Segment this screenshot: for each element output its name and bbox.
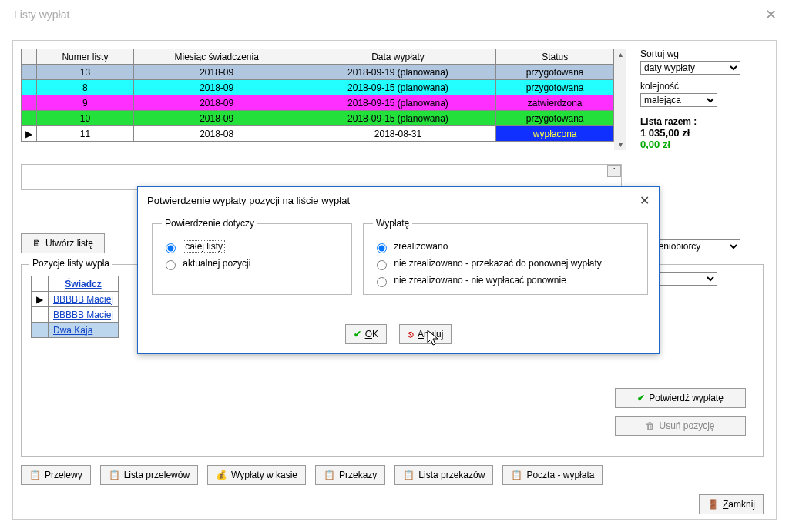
- check-icon: ✔: [637, 393, 645, 403]
- lista-przelewow-button[interactable]: 📋 Lista przelewów: [100, 465, 198, 485]
- cancel-button[interactable]: ⦸ Anuluj: [399, 324, 452, 344]
- ok-label: OK: [365, 329, 378, 340]
- cell-date: 2018-09-15 (planowana): [300, 111, 496, 126]
- wyplaty-kasie-label: Wypłaty w kasie: [231, 470, 297, 480]
- cell-month: 2018-08: [133, 126, 300, 142]
- cell-num: 11: [37, 126, 134, 142]
- delete-position-button[interactable]: 🗑 Usuń pozycję: [615, 416, 746, 436]
- radio-zrealizowano-label: zrealizowano: [394, 241, 448, 252]
- notebook-icon: 📋: [324, 470, 335, 480]
- table-row[interactable]: 10 2018-09 2018-09-15 (planowana) przygo…: [22, 111, 614, 126]
- bottom-toolbar: 📋 Przelewy 📋 Lista przelewów 💰 Wypłaty w…: [21, 465, 764, 485]
- radio-aktualnej-input[interactable]: [166, 260, 176, 270]
- zamknij-button[interactable]: 🚪 Zamknij: [699, 494, 764, 514]
- lista-razem-amount2: 0,00 zł: [640, 139, 764, 150]
- dialog-titlebar: Potwierdzenie wypłaty pozycji na liście …: [138, 187, 659, 214]
- scroll-down-icon[interactable]: ▾: [614, 140, 626, 149]
- positions-actions: ✔ Potwierdź wypłatę 🗑 Usuń pozycję: [615, 388, 746, 436]
- sort-select[interactable]: daty wypłaty: [640, 61, 740, 75]
- row-marker: ▶: [22, 126, 37, 142]
- document-icon: 🗎: [32, 238, 42, 249]
- radio-aktualnej[interactable]: aktualnej pozycji: [162, 258, 342, 270]
- create-list-label: Utwórz listę: [45, 238, 93, 249]
- cash-icon: 💰: [216, 470, 227, 480]
- radio-calej-listy[interactable]: całej listy: [162, 241, 342, 253]
- cell-date: 2018-09-15 (planowana): [300, 80, 496, 95]
- lista-przelewow-label: Lista przelewów: [124, 470, 190, 480]
- col-data-wyplaty[interactable]: Data wypłaty: [300, 49, 496, 65]
- cell-status: przygotowana: [496, 111, 614, 126]
- table-row[interactable]: 8 2018-09 2018-09-15 (planowana) przygot…: [22, 80, 614, 95]
- gutter-header: [22, 49, 37, 65]
- trash-icon: 🗑: [646, 420, 655, 431]
- titlebar: Listy wypłat ✕: [0, 0, 789, 26]
- table-row[interactable]: 13 2018-09 2018-09-19 (planowana) przygo…: [22, 65, 614, 80]
- cell-num: 13: [37, 65, 134, 80]
- przelewy-button[interactable]: 📋 Przelewy: [21, 465, 91, 485]
- notebook-icon: 📋: [29, 470, 41, 480]
- cell-status: zatwierdzona: [496, 95, 614, 111]
- main-window: Listy wypłat ✕ Numer listy Miesiąc świad…: [0, 0, 789, 532]
- poczta-wyplata-label: Poczta - wypłata: [526, 470, 594, 480]
- cell-month: 2018-09: [133, 65, 300, 80]
- ok-button[interactable]: ✔ OK: [345, 324, 387, 344]
- list-item[interactable]: BBBBB Maciej: [32, 307, 119, 323]
- dialog-close-icon[interactable]: ✕: [640, 193, 650, 208]
- radio-niezreal-ponownie[interactable]: nie zrealizowano - przekazać do ponownej…: [373, 258, 638, 270]
- radio-zrealizowano-input[interactable]: [377, 243, 387, 253]
- row-marker: [22, 111, 37, 126]
- radio-niezreal-niewyplacac-input[interactable]: [377, 277, 387, 287]
- cell-num: 9: [37, 95, 134, 111]
- dialog-buttons: ✔ OK ⦸ Anuluj: [138, 324, 659, 344]
- radio-calej-listy-label: całej listy: [183, 240, 225, 253]
- table-row[interactable]: ▶ 11 2018-08 2018-08-31 wypłacona: [22, 126, 614, 142]
- pos-marker: [32, 307, 49, 323]
- radio-calej-listy-input[interactable]: [166, 243, 176, 253]
- col-numer-listy[interactable]: Numer listy: [37, 49, 134, 65]
- przekazy-button[interactable]: 📋 Przekazy: [315, 465, 385, 485]
- lista-przekazow-button[interactable]: 📋 Lista przekazów: [394, 465, 493, 485]
- table-scrollbar[interactable]: ▴ ▾: [614, 49, 626, 150]
- confirm-payout-button[interactable]: ✔ Potwierdź wypłatę: [615, 388, 746, 408]
- radio-niezreal-ponownie-label: nie zrealizowano - przekazać do ponownej…: [394, 258, 601, 269]
- dotyczy-legend: Powierdzenie dotyczy: [162, 218, 257, 229]
- pos-marker: [32, 323, 49, 338]
- pos-marker: ▶: [32, 292, 49, 307]
- poczta-wyplata-button[interactable]: 📋 Poczta - wypłata: [502, 465, 603, 485]
- list-item[interactable]: ▶ BBBBB Maciej: [32, 292, 119, 307]
- row-marker: [22, 95, 37, 111]
- radio-niezreal-ponownie-input[interactable]: [377, 260, 387, 270]
- przekazy-label: Przekazy: [339, 470, 377, 480]
- create-list-button[interactable]: 🗎 Utwórz listę: [21, 233, 105, 253]
- positions-legend: Pozycje listy wypła: [29, 258, 112, 269]
- cell-status: przygotowana: [496, 65, 614, 80]
- cell-month: 2018-09: [133, 80, 300, 95]
- scroll-up-icon[interactable]: ▴: [614, 50, 626, 59]
- col-miesiac[interactable]: Miesiąc świadczenia: [133, 49, 300, 65]
- pos-header-swiadcz[interactable]: Świadcz: [49, 276, 119, 292]
- confirm-dialog: Potwierdzenie wypłaty pozycji na liście …: [137, 186, 660, 354]
- list-item[interactable]: Dwa Kaja: [32, 323, 119, 338]
- row-marker: [22, 80, 37, 95]
- radio-zrealizowano[interactable]: zrealizowano: [373, 241, 638, 253]
- close-icon[interactable]: ✕: [765, 6, 777, 23]
- cell-num: 8: [37, 80, 134, 95]
- col-status[interactable]: Status: [496, 49, 614, 65]
- notebook-icon: 📋: [403, 470, 415, 480]
- order-select[interactable]: malejąca: [640, 93, 717, 107]
- positions-table: Świadcz ▶ BBBBB Maciej BBBBB Maciej Dwa …: [31, 276, 119, 338]
- notebook-icon: 📋: [109, 470, 120, 480]
- expand-up-icon[interactable]: ˄: [607, 165, 621, 177]
- radio-niezreal-niewyplacac-label: nie zrealizowano - nie wypłacać ponownie: [394, 275, 566, 286]
- wyplaty-kasie-button[interactable]: 💰 Wypłaty w kasie: [207, 465, 306, 485]
- lista-razem-label: Lista razem :: [640, 116, 764, 127]
- payouts-table: Numer listy Miesiąc świadczenia Data wyp…: [21, 49, 614, 142]
- pos-name: Dwa Kaja: [49, 323, 119, 338]
- table-row[interactable]: 9 2018-09 2018-09-15 (planowana) zatwier…: [22, 95, 614, 111]
- zamknij-label: Zamknij: [723, 499, 755, 510]
- door-icon: 🚪: [707, 499, 719, 510]
- fieldset-wyplate: Wypłatę zrealizowano nie zrealizowano - …: [363, 218, 648, 295]
- fieldset-dotyczy: Powierdzenie dotyczy całej listy aktualn…: [152, 218, 352, 295]
- notebook-icon: 📋: [511, 470, 522, 480]
- radio-niezreal-niewyplacac[interactable]: nie zrealizowano - nie wypłacać ponownie: [373, 275, 638, 287]
